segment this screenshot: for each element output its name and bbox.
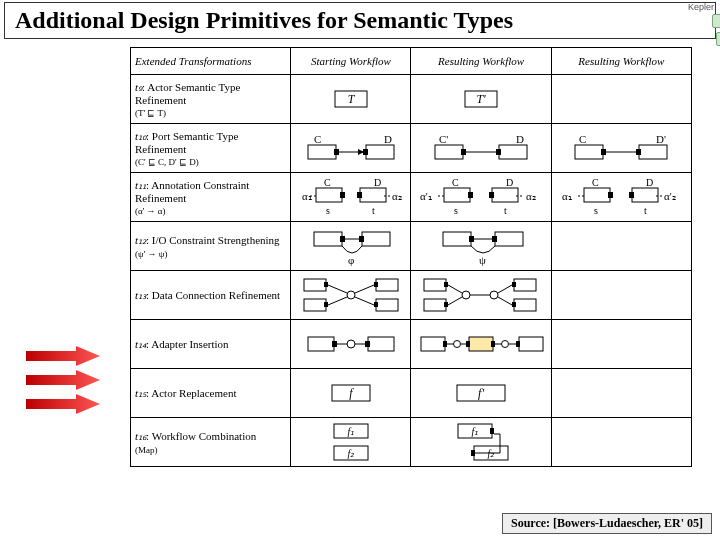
svg-rect-62 xyxy=(340,236,345,242)
primitives-table: Extended Transformations Starting Workfl… xyxy=(130,47,692,467)
svg-rect-14 xyxy=(461,149,466,155)
diagram-t10-start: CD xyxy=(291,124,411,173)
diagram-t16-result: f₁ f₂ xyxy=(411,418,551,467)
diagram-t14-result xyxy=(411,320,551,369)
svg-rect-114 xyxy=(516,341,520,347)
svg-rect-7 xyxy=(334,149,339,155)
svg-rect-63 xyxy=(362,232,390,246)
svg-rect-101 xyxy=(308,337,334,351)
svg-rect-29 xyxy=(316,188,342,202)
diagram-t13-start xyxy=(291,271,411,320)
svg-text:α₂: α₂ xyxy=(526,190,536,202)
svg-text:α'₁: α'₁ xyxy=(420,190,432,202)
svg-text:f₁: f₁ xyxy=(472,426,479,437)
svg-rect-74 xyxy=(324,282,328,287)
svg-rect-30 xyxy=(340,192,345,198)
svg-rect-20 xyxy=(575,145,603,159)
svg-text:D: D xyxy=(516,133,524,145)
svg-text:D: D xyxy=(506,177,513,188)
diagram-t9-result: T' xyxy=(411,75,551,124)
svg-rect-111 xyxy=(466,341,470,347)
svg-rect-61 xyxy=(314,232,342,246)
svg-rect-102 xyxy=(332,341,337,347)
svg-rect-78 xyxy=(374,282,378,287)
svg-rect-92 xyxy=(514,299,536,311)
svg-rect-32 xyxy=(357,192,362,198)
svg-rect-54 xyxy=(608,192,613,198)
header-resulting-2: Resulting Workflow xyxy=(551,48,691,75)
svg-text:s: s xyxy=(454,205,458,216)
page-title: Additional Design Primitives for Semanti… xyxy=(4,2,716,39)
svg-text:t: t xyxy=(372,205,375,216)
svg-rect-31 xyxy=(360,188,386,202)
svg-point-116 xyxy=(502,341,509,348)
svg-point-94 xyxy=(462,291,470,299)
diagram-t11-start: CD α₁α₂ st xyxy=(291,173,411,222)
svg-rect-80 xyxy=(374,302,378,307)
svg-text:C: C xyxy=(592,177,599,188)
table-header-row: Extended Transformations Starting Workfl… xyxy=(131,48,692,75)
svg-rect-9 xyxy=(363,149,368,155)
svg-text:ψ: ψ xyxy=(479,254,486,266)
table-row-t13: t₁₃: Data Connection Refinement xyxy=(131,271,692,320)
svg-point-95 xyxy=(490,291,498,299)
table-row-t15: t₁₅: Actor Replacement f f' xyxy=(131,369,692,418)
svg-rect-64 xyxy=(359,236,364,242)
svg-line-83 xyxy=(328,297,347,305)
svg-line-100 xyxy=(498,297,512,305)
diagram-t15-result: f' xyxy=(411,369,551,418)
svg-line-85 xyxy=(355,297,374,305)
diagram-t13-result xyxy=(411,271,551,320)
diagram-t16-start: f₁ f₂ xyxy=(291,418,411,467)
svg-rect-8 xyxy=(366,145,394,159)
svg-rect-112 xyxy=(491,341,495,347)
table-row-t12: t₁₂: I/O Constraint Strengthening(ψ' → ψ… xyxy=(131,222,692,271)
arrow-icon xyxy=(22,346,102,366)
svg-text:C': C' xyxy=(439,133,448,145)
svg-rect-75 xyxy=(304,299,326,311)
svg-text:C: C xyxy=(314,133,321,145)
diagram-t11-result1: CD α'₁α₂ st xyxy=(411,173,551,222)
svg-text:D: D xyxy=(384,133,392,145)
diagram-t9-start: T xyxy=(291,75,411,124)
svg-rect-56 xyxy=(629,192,634,198)
kepler-logo-text: Kepler xyxy=(688,2,714,12)
highlight-arrows xyxy=(22,342,102,418)
svg-rect-89 xyxy=(444,302,448,307)
svg-text:f₁: f₁ xyxy=(347,426,354,437)
table-row-t9: t₉: Actor Semantic Type Refinement(T' ⊑ … xyxy=(131,75,692,124)
svg-text:D': D' xyxy=(656,133,666,145)
diagram-t12-result: ψ xyxy=(411,222,551,271)
svg-text:f₂: f₂ xyxy=(347,448,355,459)
svg-text:t: t xyxy=(644,205,647,216)
svg-rect-73 xyxy=(304,279,326,291)
svg-text:α₂: α₂ xyxy=(392,190,402,202)
svg-text:f': f' xyxy=(478,386,484,400)
header-starting: Starting Workflow xyxy=(291,48,411,75)
svg-text:D: D xyxy=(374,177,381,188)
svg-rect-69 xyxy=(495,232,523,246)
table-row-t10: t₁₀: Port Semantic Type Refinement(C' ⊑ … xyxy=(131,124,692,173)
header-resulting-1: Resulting Workflow xyxy=(411,48,551,75)
svg-rect-41 xyxy=(444,188,470,202)
svg-point-81 xyxy=(347,291,355,299)
diagram-t15-start: f xyxy=(291,369,411,418)
svg-rect-86 xyxy=(424,279,446,291)
arrow-icon xyxy=(22,394,102,414)
svg-rect-23 xyxy=(636,149,641,155)
table-row-t16: t₁₆: Workflow Combination(Map) f₁ f₂ f₁ … xyxy=(131,418,692,467)
diagram-t10-result2: CD' xyxy=(551,124,691,173)
svg-text:φ: φ xyxy=(348,254,354,266)
svg-text:s: s xyxy=(326,205,330,216)
diagram-t14-start xyxy=(291,320,411,369)
svg-rect-15 xyxy=(499,145,527,159)
svg-point-115 xyxy=(454,341,461,348)
svg-text:s: s xyxy=(594,205,598,216)
svg-rect-44 xyxy=(489,192,494,198)
arrow-icon xyxy=(22,370,102,390)
table-row-t11: t₁₁: Annotation Constraint Refinement(α'… xyxy=(131,173,692,222)
svg-rect-43 xyxy=(492,188,518,202)
svg-text:C: C xyxy=(579,133,586,145)
svg-rect-6 xyxy=(308,145,336,159)
svg-rect-88 xyxy=(424,299,446,311)
